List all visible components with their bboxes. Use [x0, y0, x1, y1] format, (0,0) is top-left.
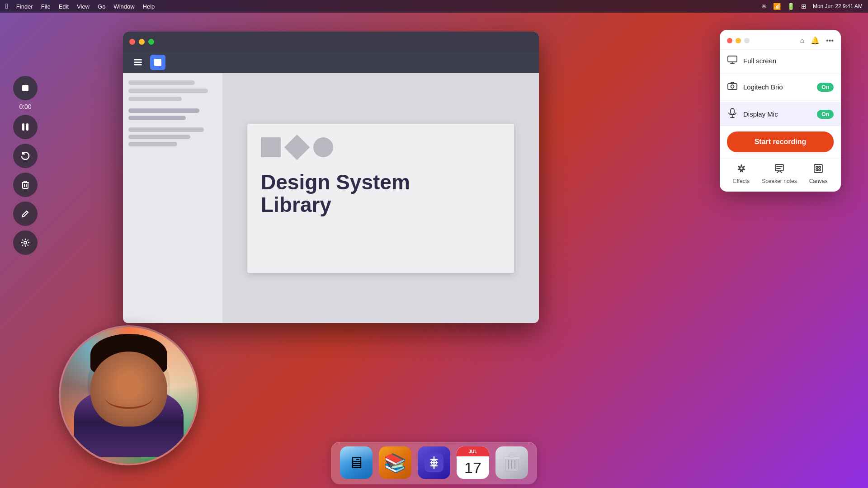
sidebar-line-7	[128, 135, 190, 139]
menubar-file[interactable]: File	[41, 3, 51, 10]
svg-rect-12	[728, 56, 737, 62]
monitor-icon	[727, 56, 738, 66]
mic-icon	[727, 108, 738, 120]
shape-diamond	[284, 134, 310, 160]
panel-divider-1	[720, 74, 841, 74]
svg-point-16	[731, 85, 734, 88]
svg-rect-6	[26, 123, 28, 131]
sidebar-line-6	[128, 127, 204, 132]
svg-rect-1	[134, 62, 142, 63]
window-maximize-button[interactable]	[148, 39, 154, 45]
panel-option-camera[interactable]: Logitech Brio On	[720, 76, 841, 98]
window-close-button[interactable]	[129, 39, 135, 45]
svg-rect-33	[509, 454, 514, 457]
effects-icon	[736, 164, 746, 176]
camera-person-bg	[61, 327, 197, 464]
svg-rect-4	[22, 85, 28, 91]
dock: 🖥 📚 JUL 17	[331, 442, 537, 484]
menubar-help[interactable]: Help	[143, 3, 155, 10]
canvas-button[interactable]: Canvas	[809, 164, 828, 184]
dock-item-trash[interactable]	[495, 446, 528, 479]
camera-smile	[104, 385, 154, 409]
panel-bell-icon[interactable]: 🔔	[811, 36, 820, 45]
panel-divider-2	[720, 100, 841, 100]
recording-timer: 0:00	[19, 103, 31, 110]
panel-footer: Effects Speaker notes	[720, 158, 841, 192]
svg-rect-20	[775, 164, 783, 171]
effects-ctrl-button[interactable]	[13, 230, 38, 255]
svg-rect-25	[819, 166, 821, 168]
dock-item-finder[interactable]: 🖥	[340, 446, 373, 479]
menubar-app-name[interactable]: Finder	[16, 3, 33, 10]
sidebar-group-2	[128, 127, 217, 146]
toolbar-menu-button[interactable]	[130, 55, 146, 70]
panel-close-dot[interactable]	[727, 38, 732, 43]
window-sidebar	[123, 73, 222, 323]
window-content: Design System Library	[222, 73, 539, 323]
sidebar-group	[128, 108, 217, 120]
calendar-day: 17	[464, 456, 481, 479]
control-sidebar: 0:00	[9, 76, 42, 255]
panel-header: ⌂ 🔔 •••	[720, 30, 841, 50]
panel-option-mic[interactable]: Display Mic On	[720, 102, 841, 126]
pause-button[interactable]	[13, 115, 38, 139]
window-body: Design System Library	[123, 73, 539, 323]
panel-option-fullscreen[interactable]: Full screen	[720, 50, 841, 72]
svg-rect-15	[728, 84, 737, 89]
panel-max-dot[interactable]	[744, 38, 750, 43]
sidebar-line-2	[128, 89, 208, 93]
camera-toggle[interactable]: On	[817, 83, 834, 92]
start-recording-button[interactable]: Start recording	[727, 131, 834, 152]
dock-item-perplexity[interactable]	[418, 446, 450, 479]
panel-more-icon[interactable]: •••	[826, 37, 834, 45]
shape-square	[261, 137, 281, 157]
menubar-view[interactable]: View	[77, 3, 90, 10]
window-minimize-button[interactable]	[139, 39, 145, 45]
canvas-icon	[813, 164, 823, 176]
panel-traffic-lights	[727, 38, 750, 43]
toolbar-view-button[interactable]	[150, 55, 165, 70]
slide-shapes	[261, 137, 500, 157]
menubar-edit[interactable]: Edit	[59, 3, 69, 10]
svg-rect-3	[154, 59, 161, 66]
control-center-icon[interactable]: ⊞	[801, 3, 807, 10]
effects-button[interactable]: Effects	[733, 164, 750, 184]
svg-rect-17	[731, 108, 734, 114]
dock-item-calendar[interactable]: JUL 17	[457, 446, 489, 479]
books-emoji-icon: 📚	[384, 452, 406, 474]
svg-rect-27	[819, 169, 821, 171]
svg-rect-24	[816, 166, 818, 168]
menubar-right: ✳ 📶 🔋 ⊞ Mon Jun 22 9:41 AM	[761, 3, 863, 10]
dock-item-books[interactable]: 📚	[379, 446, 411, 479]
svg-point-30	[433, 462, 435, 464]
menubar-left:  Finder File Edit View Go Window Help	[5, 2, 155, 10]
camera-icon	[727, 82, 738, 92]
speaker-notes-button[interactable]: Speaker notes	[762, 164, 797, 184]
app-window: Design System Library	[123, 32, 539, 323]
panel-home-icon[interactable]: ⌂	[800, 37, 805, 45]
slide-title: Design System Library	[261, 171, 500, 216]
shape-circle	[313, 137, 333, 157]
panel-min-dot[interactable]	[736, 38, 741, 43]
effects-label: Effects	[733, 178, 750, 184]
panel-header-icons: ⌂ 🔔 •••	[800, 36, 834, 45]
mic-toggle[interactable]: On	[817, 110, 834, 119]
speaker-notes-label: Speaker notes	[762, 178, 797, 184]
menubar-go[interactable]: Go	[98, 3, 105, 10]
menubar-window[interactable]: Window	[113, 3, 134, 10]
calendar-month: JUL	[457, 446, 489, 456]
sidebar-line-8	[128, 142, 177, 146]
undo-button[interactable]	[13, 144, 38, 168]
draw-button[interactable]	[13, 202, 38, 226]
apple-menu[interactable]: 	[5, 2, 8, 10]
wifi-icon[interactable]: 📶	[773, 3, 781, 10]
delete-button[interactable]	[13, 173, 38, 197]
svg-point-11	[24, 241, 27, 244]
svg-line-10	[27, 211, 28, 212]
battery-icon: 🔋	[787, 3, 795, 10]
svg-rect-26	[816, 169, 818, 171]
stop-button[interactable]	[13, 76, 38, 100]
panel-camera-label: Logitech Brio	[743, 83, 811, 91]
menubar:  Finder File Edit View Go Window Help ✳…	[0, 0, 868, 13]
sidebar-line-1	[128, 80, 195, 85]
